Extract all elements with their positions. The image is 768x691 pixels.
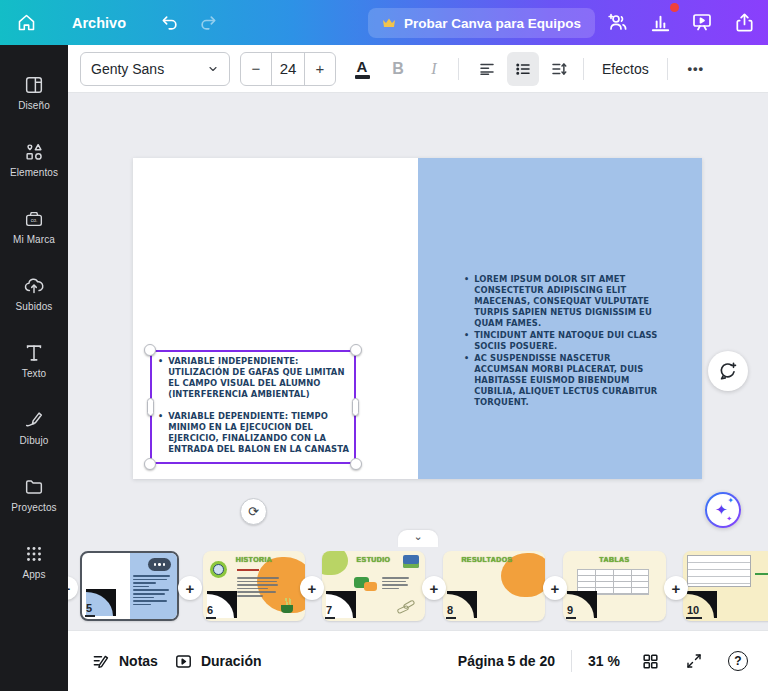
- sidebar-item-proyectos[interactable]: Proyectos: [0, 461, 68, 528]
- bold-button[interactable]: B: [382, 52, 414, 86]
- resize-handle-ne[interactable]: [350, 344, 362, 356]
- sidebar-item-dibujo[interactable]: Dibujo: [0, 394, 68, 461]
- thumb6-subtitle-line: [237, 569, 259, 571]
- right-text-block[interactable]: •LOREM IPSUM DOLOR SIT AMET CONSECTETUR …: [464, 274, 700, 409]
- home-button[interactable]: [10, 7, 42, 39]
- file-menu[interactable]: Archivo: [66, 15, 132, 31]
- sidebar-item-elementos[interactable]: Elementos: [0, 126, 68, 193]
- duration-label: Duración: [201, 653, 262, 669]
- sidebar-item-diseno[interactable]: Diseño: [0, 59, 68, 126]
- add-page-button[interactable]: +: [664, 576, 688, 600]
- present-button[interactable]: [686, 6, 718, 38]
- duration-button[interactable]: Duración: [166, 646, 270, 677]
- main-area: Genty Sans − 24 + A B I: [68, 45, 768, 691]
- redo-button[interactable]: [192, 7, 224, 39]
- effects-button[interactable]: Efectos: [592, 52, 659, 86]
- grid-view-button[interactable]: [636, 647, 664, 675]
- apps-grid-icon: [23, 543, 45, 565]
- sidebar-item-subidos[interactable]: Subidos: [0, 260, 68, 327]
- resize-handle-sw[interactable]: [144, 458, 156, 470]
- presentation-icon: [690, 10, 714, 34]
- selected-text-box[interactable]: •VARIABLE INDEPENDIENTE: UTILIZACIÓN DE …: [150, 350, 356, 464]
- canvas-workspace: •LOREM IPSUM DOLOR SIT AMET CONSECTETUR …: [68, 93, 768, 547]
- page-thumbnail-10[interactable]: 10: [683, 551, 768, 621]
- rotate-handle[interactable]: ⟳: [240, 498, 267, 525]
- text-color-swatch: [355, 75, 370, 79]
- italic-button[interactable]: I: [418, 52, 450, 86]
- page-thumbnail-7[interactable]: ESTUDIO 7: [322, 551, 425, 621]
- status-bar: Notas Duración Página 5 de 20 31 % ?: [68, 630, 768, 691]
- increase-font-button[interactable]: +: [305, 53, 335, 85]
- resize-handle-se[interactable]: [350, 458, 362, 470]
- font-family-selector[interactable]: Genty Sans: [80, 52, 230, 86]
- fullscreen-button[interactable]: [680, 647, 708, 675]
- draw-pen-icon: [23, 409, 45, 431]
- bullet-line: •VARIABLE INDEPENDIENTE: UTILIZACIÓN DE …: [158, 356, 352, 400]
- text-color-letter: A: [357, 59, 368, 74]
- text-color-button[interactable]: A: [346, 52, 378, 86]
- thumb10-text-line: [755, 573, 768, 575]
- font-size-value[interactable]: 24: [271, 53, 305, 85]
- resize-handle-east[interactable]: [352, 398, 359, 416]
- page-thumbnail-5[interactable]: 5: [80, 551, 179, 621]
- share-button[interactable]: [728, 6, 760, 38]
- top-bar: Archivo Probar Canva para Equipos: [0, 0, 768, 45]
- line-spacing-button[interactable]: [543, 52, 575, 86]
- table-graphic: [687, 555, 751, 587]
- zoom-level-button[interactable]: 31 %: [588, 653, 620, 669]
- bullet-list-button[interactable]: [507, 52, 539, 86]
- invite-members-button[interactable]: [602, 6, 634, 38]
- thumb7-photo-graphic: [403, 555, 419, 568]
- trial-teams-label: Probar Canva para Equipos: [404, 16, 581, 31]
- sidebar-item-texto[interactable]: Texto: [0, 327, 68, 394]
- page-thumbnail-9[interactable]: TABLAS 9: [563, 551, 666, 621]
- page-thumbnail-6[interactable]: HISTORIA 6: [203, 551, 305, 621]
- insights-button[interactable]: [644, 6, 676, 38]
- add-page-button[interactable]: +: [422, 576, 446, 600]
- bar-chart-icon: [649, 11, 672, 34]
- toolbar-divider: [458, 58, 459, 80]
- collapse-filmstrip-tab[interactable]: ⌄: [398, 530, 438, 547]
- undo-button[interactable]: [154, 7, 186, 39]
- magic-assistant-button[interactable]: ✦ ✦ ✦: [705, 492, 741, 528]
- more-options-button[interactable]: •••: [680, 52, 712, 86]
- thumbnail-title: RESULTADOS: [443, 556, 545, 563]
- bullet-line: •VARIABLE DEPENDIENTE: TIEMPO MINIMO EN …: [158, 411, 352, 455]
- page-number: 6: [206, 605, 216, 619]
- font-name: Genty Sans: [91, 61, 164, 77]
- sidebar-item-apps[interactable]: Apps: [0, 528, 68, 595]
- page-number: 10: [686, 605, 702, 619]
- home-icon: [16, 12, 37, 33]
- add-comment-button[interactable]: [708, 351, 748, 391]
- brand-kit-icon: co.: [23, 208, 45, 230]
- resize-handle-nw[interactable]: [144, 344, 156, 356]
- page-thumbnail-8[interactable]: RESULTADOS 8: [443, 551, 545, 621]
- sidebar-label: Dibujo: [20, 435, 49, 446]
- sidebar-label: Elementos: [10, 167, 58, 178]
- sidebar-item-mi-marca[interactable]: co. Mi Marca: [0, 193, 68, 260]
- line-spacing-icon: [550, 60, 568, 78]
- add-page-button[interactable]: +: [178, 576, 202, 600]
- add-people-icon: [606, 10, 630, 34]
- notes-button[interactable]: Notas: [84, 646, 166, 677]
- chevron-down-icon: [207, 63, 219, 75]
- fullscreen-arrows-icon: [685, 652, 703, 670]
- sidebar-label: Diseño: [18, 100, 50, 111]
- help-button[interactable]: ?: [724, 647, 752, 675]
- add-page-button[interactable]: +: [543, 576, 567, 600]
- trial-teams-button[interactable]: Probar Canva para Equipos: [368, 8, 595, 38]
- resize-handle-west[interactable]: [147, 398, 154, 416]
- sidebar-label: Mi Marca: [13, 234, 55, 245]
- decrease-font-button[interactable]: −: [241, 53, 271, 85]
- alignment-button[interactable]: [471, 52, 503, 86]
- selected-text-content: •VARIABLE INDEPENDIENTE: UTILIZACIÓN DE …: [152, 352, 354, 455]
- sparkle-icon: ✦: [726, 515, 732, 523]
- sidebar-label: Proyectos: [11, 502, 56, 513]
- add-page-button[interactable]: +: [68, 576, 78, 600]
- add-page-button[interactable]: +: [300, 576, 324, 600]
- clock-graphic: [210, 561, 227, 578]
- sidebar-label: Texto: [22, 368, 46, 379]
- slide-page-5[interactable]: •LOREM IPSUM DOLOR SIT AMET CONSECTETUR …: [133, 158, 702, 479]
- bullet-list-icon: [514, 60, 532, 78]
- paperclip-graphic: [397, 605, 410, 615]
